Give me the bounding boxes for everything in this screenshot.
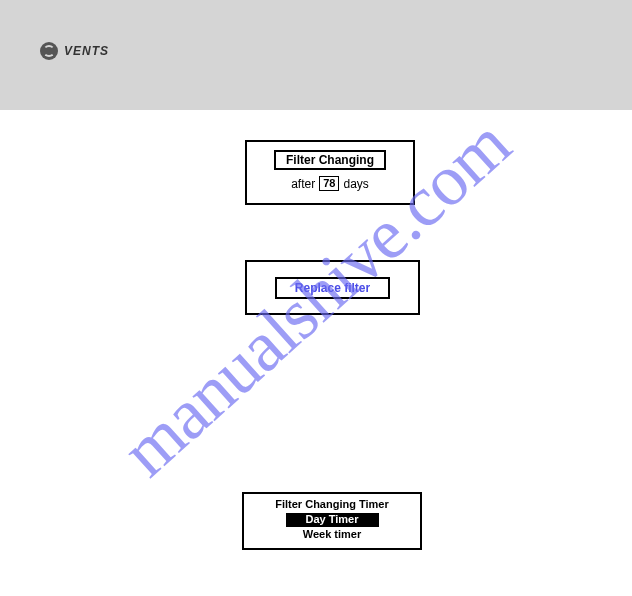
logo-text: VENTS <box>64 44 109 58</box>
days-value-box[interactable]: 78 <box>319 176 339 191</box>
replace-filter-panel: Replace filter <box>245 260 420 315</box>
content-area: Filter Changing after 78 days Replace fi… <box>0 110 632 596</box>
vents-logo-icon <box>40 42 58 60</box>
menu-item-week-timer[interactable]: Week timer <box>244 528 420 542</box>
after-label: after <box>291 177 315 191</box>
menu-item-day-timer-selected[interactable]: Day Timer <box>286 513 379 527</box>
filter-changing-button[interactable]: Filter Changing <box>274 150 386 170</box>
menu-item-filter-timer[interactable]: Filter Changing Timer <box>244 498 420 512</box>
timer-menu-panel: Filter Changing Timer Day Timer Week tim… <box>242 492 422 550</box>
logo: VENTS <box>40 42 109 60</box>
replace-filter-button[interactable]: Replace filter <box>275 277 390 299</box>
filter-changing-panel: Filter Changing after 78 days <box>245 140 415 205</box>
header-band: VENTS <box>0 0 632 110</box>
days-row: after 78 days <box>255 176 405 191</box>
days-suffix: days <box>343 177 368 191</box>
